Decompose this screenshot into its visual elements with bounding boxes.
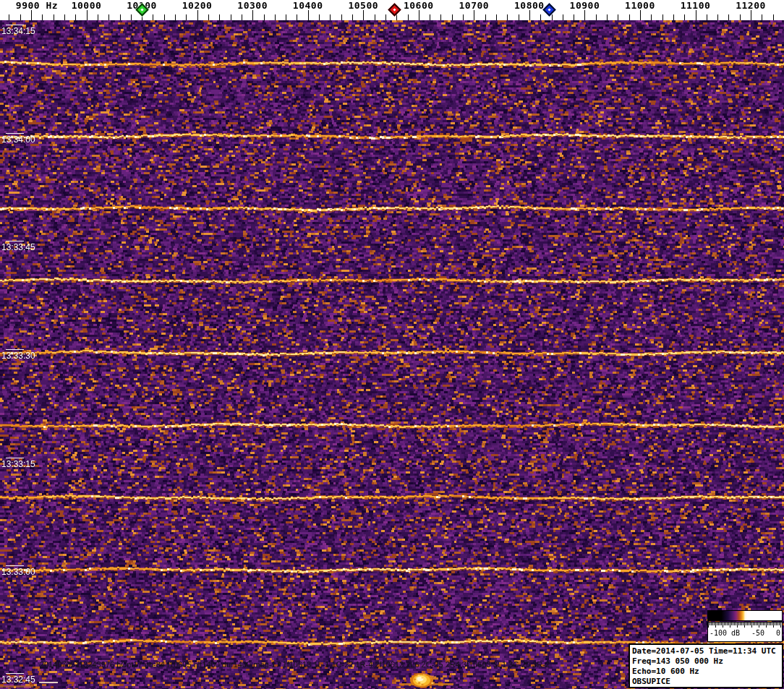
freq-minor-tick <box>319 14 320 20</box>
freq-major-tick <box>31 10 32 20</box>
freq-label: 10700 <box>459 0 489 11</box>
freq-minor-tick <box>330 14 331 20</box>
freq-major-tick <box>640 10 641 20</box>
freq-minor-tick <box>242 14 242 20</box>
freq-label: 10500 <box>348 0 378 11</box>
info-line-echo: Echo=10 600 Hz <box>632 667 780 677</box>
freq-minor-tick <box>773 14 774 20</box>
freq-label: 10600 <box>404 0 434 11</box>
freq-major-tick <box>751 10 751 20</box>
freq-minor-tick <box>219 14 220 20</box>
freq-minor-tick <box>662 14 663 20</box>
freq-major-tick <box>87 10 88 20</box>
freq-minor-tick <box>717 14 718 20</box>
freq-minor-tick <box>231 14 231 20</box>
marker-blue-center-dot <box>547 8 550 11</box>
freq-minor-tick <box>98 14 98 20</box>
freq-minor-tick <box>131 14 132 20</box>
freq-minor-tick <box>9 14 9 20</box>
freq-minor-tick <box>707 14 707 20</box>
freq-major-tick <box>197 10 198 20</box>
freq-minor-tick <box>42 14 43 20</box>
freq-label: 10400 <box>293 0 323 11</box>
detection-parameters-text: 20140705113243976 hCnt17 nb-84 f10605 hi… <box>40 660 550 669</box>
freq-minor-tick <box>740 14 741 20</box>
freq-minor-tick <box>286 14 286 20</box>
marker-red[interactable] <box>388 3 401 16</box>
freq-minor-tick <box>563 14 563 20</box>
freq-major-tick <box>584 10 585 20</box>
freq-minor-tick <box>186 14 187 20</box>
freq-minor-tick <box>408 14 409 20</box>
db-scale-ticks <box>708 622 782 629</box>
freq-minor-tick <box>519 14 519 20</box>
freq-minor-tick <box>496 14 497 20</box>
freq-minor-tick <box>540 14 541 20</box>
freq-minor-tick <box>684 14 685 20</box>
freq-minor-tick <box>153 14 153 20</box>
freq-label: 9900 Hz <box>16 0 58 11</box>
freq-minor-tick <box>54 14 54 20</box>
freq-major-tick <box>308 10 309 20</box>
freq-minor-tick <box>385 14 386 20</box>
freq-minor-tick <box>275 14 276 20</box>
freq-minor-tick <box>175 14 176 20</box>
freq-minor-tick <box>673 14 674 20</box>
db-color-scale: -100 dB -50 0 <box>707 610 783 642</box>
freq-minor-tick <box>208 14 209 20</box>
db-scale-box: -100 dB -50 0 <box>707 622 783 642</box>
marker-red-center-dot <box>393 8 396 11</box>
freq-minor-tick <box>164 14 165 20</box>
freq-minor-tick <box>440 14 441 20</box>
freq-minor-tick <box>629 14 630 20</box>
frequency-ruler[interactable]: 9900 Hz100001010010200103001040010500106… <box>0 0 784 20</box>
freq-major-tick <box>363 10 364 20</box>
info-line-frequency: Freq=143 050 000 Hz <box>632 656 780 667</box>
freq-minor-tick <box>596 14 597 20</box>
freq-label: 10300 <box>237 0 268 11</box>
color-gradient-bar <box>707 610 783 621</box>
freq-minor-tick <box>452 14 453 20</box>
freq-label: 11000 <box>625 0 655 11</box>
info-line-datetime: Date=2014-07-05 Time=11:34 UTC <box>632 646 780 656</box>
meteor-spectrogram-app: 9900 Hz100001010010200103001040010500106… <box>0 0 784 689</box>
freq-minor-tick <box>297 14 297 20</box>
freq-minor-tick <box>120 14 121 20</box>
db-label-max: 0 <box>776 629 780 637</box>
freq-minor-tick <box>64 14 65 20</box>
freq-minor-tick <box>20 14 21 20</box>
db-label-min: -100 dB <box>710 629 740 637</box>
freq-major-tick <box>419 10 419 20</box>
freq-major-tick <box>529 10 530 20</box>
marker-green-center-dot <box>140 8 143 11</box>
freq-minor-tick <box>375 14 375 20</box>
marker-blue[interactable] <box>542 3 555 16</box>
freq-label: 10900 <box>570 0 600 11</box>
freq-minor-tick <box>728 14 729 20</box>
freq-minor-tick <box>430 14 430 20</box>
freq-minor-tick <box>618 14 618 20</box>
info-line-station: OBSUPICE <box>632 677 780 687</box>
freq-major-tick <box>252 10 253 20</box>
freq-minor-tick <box>108 14 109 20</box>
db-label-mid: -50 <box>751 629 764 637</box>
freq-label: 10000 <box>72 0 102 11</box>
freq-label: 10800 <box>514 0 545 11</box>
freq-minor-tick <box>607 14 608 20</box>
freq-minor-tick <box>75 14 76 20</box>
observation-info-box: Date=2014-07-05 Time=11:34 UTC Freq=143 … <box>629 643 783 688</box>
freq-label: 10200 <box>182 0 213 11</box>
freq-label: 11100 <box>681 0 711 11</box>
freq-minor-tick <box>396 14 397 20</box>
freq-minor-tick <box>463 14 464 20</box>
freq-minor-tick <box>762 14 762 20</box>
freq-major-tick <box>696 10 696 20</box>
spectrogram-waterfall[interactable] <box>0 20 784 689</box>
freq-minor-tick <box>651 14 652 20</box>
freq-minor-tick <box>485 14 486 20</box>
freq-minor-tick <box>552 14 553 20</box>
freq-minor-tick <box>352 14 353 20</box>
freq-minor-tick <box>574 14 574 20</box>
freq-major-tick <box>474 10 474 20</box>
freq-minor-tick <box>341 14 342 20</box>
